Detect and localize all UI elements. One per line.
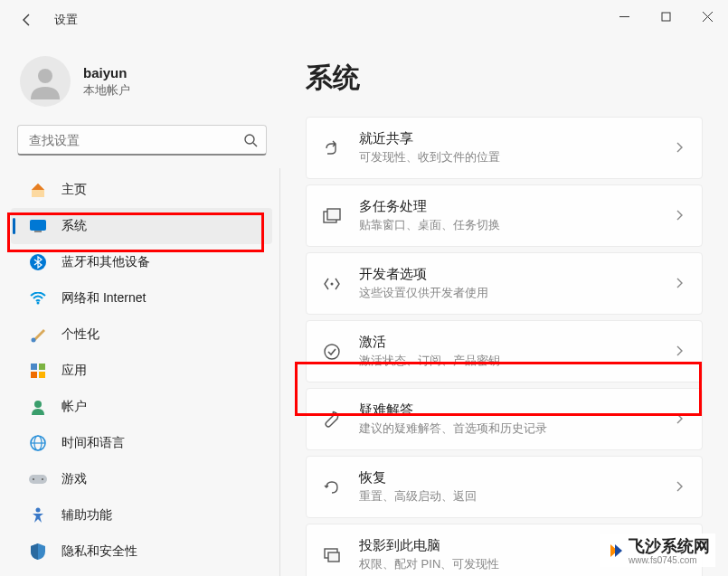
card-title: 疑难解答 [359,401,675,419]
search-icon [243,133,258,147]
card-title: 恢复 [359,469,675,486]
svg-rect-21 [29,475,47,484]
sidebar-item-apps[interactable]: 应用 [4,353,279,389]
system-icon [29,217,47,235]
card-title: 就近共享 [359,130,675,147]
page-title: 系统 [306,60,703,97]
card-title: 开发者选项 [359,266,675,283]
nav-list: 主页 系统 蓝牙和其他设备 网络和 Internet 个性化 应用 [4,168,280,576]
svg-rect-30 [328,552,339,562]
svg-rect-9 [34,231,42,232]
sidebar-item-label: 网络和 Internet [61,290,146,307]
card-nearby-sharing[interactable]: 就近共享 可发现性、收到文件的位置 [306,117,703,179]
sidebar-item-personalization[interactable]: 个性化 [4,316,279,353]
svg-rect-16 [39,372,45,378]
sidebar-item-label: 游戏 [61,471,87,487]
gaming-icon [29,470,47,488]
card-title: 多任务处理 [359,198,675,215]
svg-rect-1 [662,13,670,21]
sidebar: baiyun 本地帐户 主页 系统 蓝牙和其他设备 [0,40,280,576]
close-button[interactable] [686,2,728,31]
sidebar-item-gaming[interactable]: 游戏 [4,461,279,497]
multitask-icon [321,205,343,227]
user-account-type: 本地帐户 [83,82,130,99]
card-recovery[interactable]: 恢复 重置、高级启动、返回 [306,456,703,518]
sidebar-item-accounts[interactable]: 帐户 [4,389,279,425]
chevron-right-icon [675,208,684,224]
brush-icon [29,326,47,344]
app-title: 设置 [54,12,78,28]
wifi-icon [29,289,47,307]
user-name: baiyun [83,65,130,80]
card-troubleshoot[interactable]: 疑难解答 建议的疑难解答、首选项和历史记录 [306,388,703,450]
sidebar-item-label: 辅助功能 [61,507,112,524]
svg-point-24 [36,508,41,513]
sidebar-item-label: 主页 [61,182,87,198]
card-desc: 这些设置仅供开发者使用 [359,285,675,301]
watermark: 飞沙系统网 www.fs0745.com [600,534,715,567]
home-icon [29,181,47,199]
sidebar-item-network[interactable]: 网络和 Internet [4,280,279,316]
svg-point-28 [325,345,339,359]
dev-icon [321,273,343,295]
sidebar-item-label: 个性化 [61,326,99,343]
sidebar-item-label: 隐私和安全性 [61,543,137,560]
chevron-right-icon [675,344,684,360]
wrench-icon [321,409,343,430]
bluetooth-icon [29,253,47,271]
svg-point-12 [32,338,36,343]
globe-icon [29,434,47,452]
chevron-right-icon [675,140,684,156]
card-developer[interactable]: 开发者选项 这些设置仅供开发者使用 [306,252,703,315]
avatar [20,56,71,107]
sidebar-item-label: 系统 [61,218,87,234]
svg-rect-13 [31,364,37,370]
card-title: 激活 [359,334,675,351]
card-desc: 可发现性、收到文件的位置 [359,149,675,165]
svg-line-6 [253,143,257,146]
sidebar-item-home[interactable]: 主页 [4,172,279,208]
chevron-right-icon [675,479,684,496]
svg-rect-7 [32,190,44,197]
accessibility-icon [29,506,47,524]
sidebar-item-system[interactable]: 系统 [11,208,272,244]
card-multitasking[interactable]: 多任务处理 贴靠窗口、桌面、任务切换 [306,184,703,247]
user-block[interactable]: baiyun 本地帐户 [4,40,280,125]
card-desc: 重置、高级启动、返回 [359,488,675,505]
svg-point-11 [37,302,40,305]
titlebar: 设置 [0,0,728,40]
chevron-right-icon [675,411,684,428]
sidebar-item-label: 帐户 [61,399,87,415]
svg-point-27 [331,282,334,285]
chevron-right-icon [675,276,684,292]
search-box [17,125,267,156]
watermark-logo-icon [605,541,625,561]
svg-point-17 [34,401,42,408]
minimize-button[interactable] [603,2,645,31]
sidebar-item-bluetooth[interactable]: 蓝牙和其他设备 [4,244,279,280]
back-button[interactable] [18,11,36,29]
sidebar-item-privacy[interactable]: 隐私和安全性 [4,534,279,570]
card-activation[interactable]: 激活 激活状态、订阅、产品密钥 [306,320,703,382]
share-icon [321,137,343,159]
svg-rect-26 [327,209,340,220]
svg-point-5 [245,135,254,144]
svg-rect-8 [30,220,46,231]
main-content: 系统 就近共享 可发现性、收到文件的位置 多任务处理 贴靠窗口、桌面、任务切换 … [280,40,728,576]
maximize-button[interactable] [645,2,686,31]
svg-point-4 [38,69,52,83]
project-icon [321,544,343,566]
svg-point-23 [42,478,43,480]
shield-icon [29,543,47,561]
check-circle-icon [321,341,343,363]
sidebar-item-label: 应用 [61,363,87,379]
apps-icon [29,362,47,380]
card-desc: 建议的疑难解答、首选项和历史记录 [359,420,675,437]
svg-rect-14 [39,364,45,370]
watermark-brand: 飞沙系统网 [629,535,710,557]
sidebar-item-accessibility[interactable]: 辅助功能 [4,497,279,534]
sidebar-item-time-language[interactable]: 时间和语言 [4,425,279,461]
recovery-icon [321,477,343,498]
card-desc: 贴靠窗口、桌面、任务切换 [359,217,675,233]
search-input[interactable] [17,125,267,156]
